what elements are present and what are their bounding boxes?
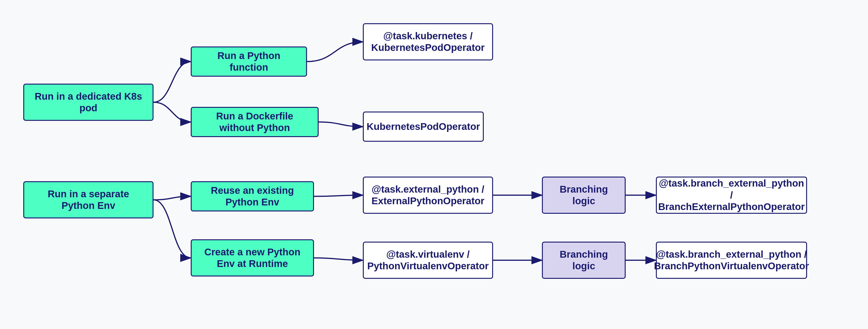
- node-reuse_python_env: Reuse an existing Python Env: [191, 181, 314, 211]
- node-branch_virtualenv: @task.branch_external_python / BranchPyt…: [656, 242, 807, 279]
- node-branch_external_python: @task.branch_external_python / BranchExt…: [656, 176, 807, 214]
- node-branching_logic_2: Branching logic: [542, 242, 626, 279]
- node-kubernetes_task: @task.kubernetes / KubernetesPodOperator: [363, 23, 493, 60]
- node-run_dockerfile: Run a Dockerfile without Python: [191, 107, 319, 137]
- node-create_python_env: Create a new Python Env at Runtime: [191, 239, 314, 276]
- diagram-container: Run in a dedicated K8s podRun in a separ…: [0, 0, 868, 329]
- node-run_k8s: Run in a dedicated K8s pod: [23, 84, 154, 121]
- node-external_python_op: @task.external_python / ExternalPythonOp…: [363, 176, 493, 214]
- node-virtualenv_op: @task.virtualenv / PythonVirtualenvOpera…: [363, 242, 493, 279]
- node-branching_logic_1: Branching logic: [542, 176, 626, 214]
- node-run_python_function: Run a Python function: [191, 46, 307, 77]
- node-kubernetes_pod: KubernetesPodOperator: [363, 111, 484, 142]
- node-run_python_env: Run in a separate Python Env: [23, 181, 154, 219]
